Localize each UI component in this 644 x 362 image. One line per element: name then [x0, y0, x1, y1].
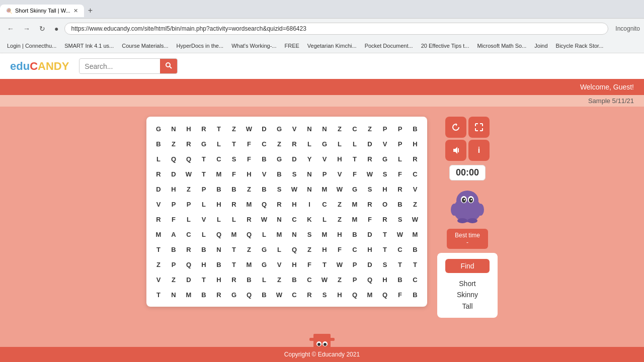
grid-cell[interactable]: C — [348, 122, 362, 136]
grid-cell[interactable]: W — [333, 182, 347, 196]
grid-cell[interactable]: S — [302, 227, 316, 241]
grid-cell[interactable]: S — [363, 182, 377, 196]
grid-cell[interactable]: B — [408, 288, 422, 302]
grid-cell[interactable]: G — [378, 152, 392, 166]
grid-cell[interactable]: B — [393, 197, 407, 211]
grid-cell[interactable]: W — [272, 288, 286, 302]
bookmark-11[interactable]: Bicycle Rack Stor... — [553, 42, 607, 50]
grid-cell[interactable]: V — [378, 137, 392, 151]
grid-cell[interactable]: T — [348, 152, 362, 166]
grid-cell[interactable]: C — [408, 273, 422, 287]
grid-cell[interactable]: S — [378, 167, 392, 181]
grid-cell[interactable]: Q — [167, 152, 181, 166]
grid-cell[interactable]: P — [393, 122, 407, 136]
grid-cell[interactable]: T — [197, 167, 211, 181]
active-tab[interactable]: 🍭 Short Skinny Tall | W... ✕ — [0, 5, 84, 17]
grid-cell[interactable]: G — [227, 288, 241, 302]
grid-cell[interactable]: B — [227, 182, 241, 196]
grid-cell[interactable]: H — [317, 242, 332, 256]
grid-cell[interactable]: V — [272, 257, 286, 272]
url-bar[interactable]: https://www.educandy.com/site/html5/bin/… — [64, 23, 608, 35]
grid-cell[interactable]: Q — [287, 242, 301, 256]
grid-cell[interactable]: B — [151, 137, 166, 151]
grid-cell[interactable]: T — [378, 227, 392, 241]
grid-cell[interactable]: H — [333, 227, 347, 241]
best-time-button[interactable]: Best time - — [447, 229, 488, 249]
back-button[interactable]: ← — [4, 23, 17, 35]
grid-cell[interactable]: F — [242, 152, 256, 166]
grid-cell[interactable]: D — [257, 122, 271, 136]
grid-cell[interactable]: T — [378, 242, 392, 256]
info-button[interactable]: i — [468, 140, 490, 161]
grid-cell[interactable]: Q — [242, 288, 256, 302]
grid-cell[interactable]: D — [287, 152, 301, 166]
grid-cell[interactable]: H — [167, 182, 181, 196]
grid-cell[interactable]: V — [317, 152, 332, 166]
grid-cell[interactable]: R — [302, 288, 316, 302]
grid-cell[interactable]: V — [151, 273, 166, 287]
grid-cell[interactable]: H — [212, 197, 226, 211]
grid-cell[interactable]: T — [227, 257, 241, 272]
grid-cell[interactable]: S — [317, 288, 332, 302]
grid-cell[interactable]: S — [393, 212, 407, 226]
grid-cell[interactable]: L — [197, 227, 211, 241]
grid-cell[interactable]: Z — [242, 242, 256, 256]
grid-cell[interactable]: M — [212, 167, 226, 181]
grid-cell[interactable]: M — [227, 227, 241, 241]
grid-cell[interactable]: T — [317, 257, 332, 272]
grid-cell[interactable]: F — [363, 212, 377, 226]
grid-cell[interactable]: B — [257, 182, 271, 196]
grid-cell[interactable]: K — [302, 212, 316, 226]
grid-cell[interactable]: M — [242, 197, 256, 211]
fullscreen-button[interactable] — [468, 117, 490, 138]
grid-cell[interactable]: B — [408, 122, 422, 136]
grid-cell[interactable]: L — [227, 212, 241, 226]
grid-cell[interactable]: T — [227, 242, 241, 256]
grid-cell[interactable]: L — [302, 137, 316, 151]
grid-cell[interactable]: D — [167, 167, 181, 181]
bookmark-5[interactable]: FREE — [281, 42, 302, 50]
grid-cell[interactable]: F — [167, 212, 181, 226]
grid-cell[interactable]: F — [348, 167, 362, 181]
grid-cell[interactable]: Z — [182, 182, 196, 196]
grid-cell[interactable]: Q — [242, 227, 256, 241]
grid-cell[interactable]: C — [182, 227, 196, 241]
grid-cell[interactable]: V — [257, 167, 271, 181]
grid-cell[interactable]: R — [242, 212, 256, 226]
grid-cell[interactable]: B — [287, 273, 301, 287]
grid-cell[interactable]: Z — [333, 273, 347, 287]
grid-cell[interactable]: P — [167, 197, 181, 211]
grid-cell[interactable]: B — [197, 288, 211, 302]
bookmark-0[interactable]: Login | Connecthu... — [4, 42, 59, 50]
grid-cell[interactable]: N — [167, 288, 181, 302]
find-button[interactable]: Find — [445, 259, 490, 273]
grid-cell[interactable]: W — [317, 273, 332, 287]
new-tab-button[interactable]: + — [84, 6, 97, 15]
grid-cell[interactable]: T — [393, 257, 407, 272]
bookmark-10[interactable]: Joind — [531, 42, 550, 50]
grid-cell[interactable]: T — [151, 288, 166, 302]
grid-cell[interactable]: W — [363, 167, 377, 181]
grid-cell[interactable]: Q — [257, 197, 271, 211]
grid-cell[interactable]: H — [287, 197, 301, 211]
bookmark-2[interactable]: Course Materials... — [119, 42, 171, 50]
grid-cell[interactable]: R — [227, 273, 241, 287]
grid-cell[interactable]: R — [151, 167, 166, 181]
grid-cell[interactable]: C — [348, 242, 362, 256]
grid-cell[interactable]: I — [302, 197, 316, 211]
grid-cell[interactable]: R — [197, 122, 211, 136]
grid-cell[interactable]: F — [302, 257, 316, 272]
grid-cell[interactable]: Z — [333, 122, 347, 136]
grid-cell[interactable]: M — [317, 182, 332, 196]
grid-cell[interactable]: R — [408, 152, 422, 166]
grid-cell[interactable]: H — [333, 152, 347, 166]
grid-cell[interactable]: Z — [363, 122, 377, 136]
grid-cell[interactable]: H — [197, 257, 211, 272]
grid-cell[interactable]: C — [302, 273, 316, 287]
grid-cell[interactable]: Z — [272, 273, 286, 287]
grid-cell[interactable]: G — [317, 137, 332, 151]
grid-cell[interactable]: L — [212, 137, 226, 151]
grid-cell[interactable]: W — [287, 182, 301, 196]
grid-cell[interactable]: G — [197, 137, 211, 151]
grid-cell[interactable]: L — [393, 152, 407, 166]
